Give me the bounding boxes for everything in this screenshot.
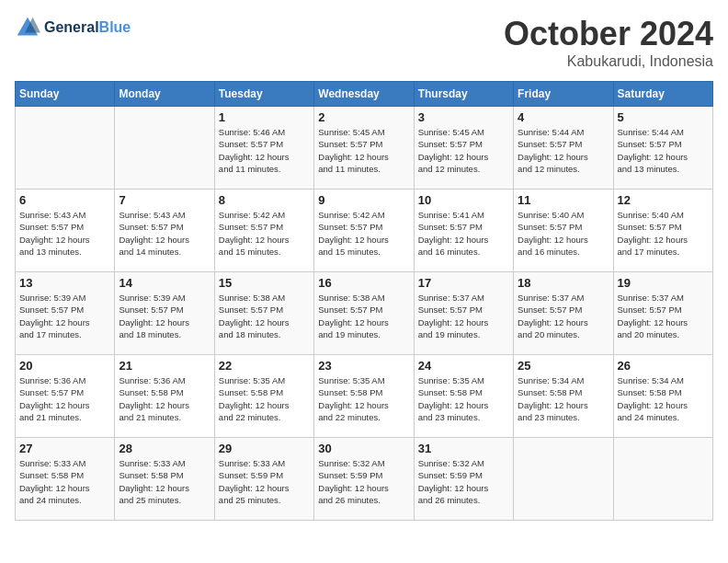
day-info: Sunrise: 5:36 AM Sunset: 5:58 PM Dayligh… (119, 374, 210, 423)
weekday-header: Sunday (16, 82, 115, 107)
calendar-week-row: 13Sunrise: 5:39 AM Sunset: 5:57 PM Dayli… (16, 272, 713, 355)
calendar-cell: 14Sunrise: 5:39 AM Sunset: 5:57 PM Dayli… (115, 272, 214, 355)
calendar-cell: 31Sunrise: 5:32 AM Sunset: 5:59 PM Dayli… (414, 438, 513, 521)
weekday-header: Friday (514, 82, 613, 107)
weekday-header: Saturday (613, 82, 712, 107)
calendar-cell: 4Sunrise: 5:44 AM Sunset: 5:57 PM Daylig… (514, 107, 613, 190)
day-number: 9 (318, 193, 409, 207)
calendar-cell: 15Sunrise: 5:38 AM Sunset: 5:57 PM Dayli… (214, 272, 313, 355)
day-info: Sunrise: 5:44 AM Sunset: 5:57 PM Dayligh… (518, 126, 609, 175)
calendar-week-row: 1Sunrise: 5:46 AM Sunset: 5:57 PM Daylig… (16, 107, 713, 190)
day-info: Sunrise: 5:38 AM Sunset: 5:57 PM Dayligh… (318, 292, 409, 340)
day-number: 10 (418, 193, 509, 207)
day-number: 27 (19, 442, 110, 455)
day-info: Sunrise: 5:40 AM Sunset: 5:57 PM Dayligh… (518, 209, 609, 258)
day-number: 24 (418, 359, 509, 373)
day-info: Sunrise: 5:35 AM Sunset: 5:58 PM Dayligh… (318, 374, 409, 423)
calendar-cell: 21Sunrise: 5:36 AM Sunset: 5:58 PM Dayli… (115, 355, 214, 438)
day-number: 12 (618, 193, 709, 207)
calendar-cell: 17Sunrise: 5:37 AM Sunset: 5:57 PM Dayli… (414, 272, 513, 355)
day-info: Sunrise: 5:35 AM Sunset: 5:58 PM Dayligh… (418, 374, 509, 423)
calendar-cell: 9Sunrise: 5:42 AM Sunset: 5:57 PM Daylig… (314, 190, 414, 272)
day-number: 7 (119, 193, 210, 207)
day-info: Sunrise: 5:37 AM Sunset: 5:57 PM Dayligh… (418, 292, 509, 340)
day-info: Sunrise: 5:39 AM Sunset: 5:57 PM Dayligh… (119, 292, 210, 340)
calendar-week-row: 27Sunrise: 5:33 AM Sunset: 5:58 PM Dayli… (16, 438, 713, 521)
calendar-cell (613, 438, 712, 521)
day-info: Sunrise: 5:41 AM Sunset: 5:57 PM Dayligh… (418, 209, 509, 258)
day-info: Sunrise: 5:33 AM Sunset: 5:59 PM Dayligh… (219, 457, 310, 506)
calendar-week-row: 20Sunrise: 5:36 AM Sunset: 5:57 PM Dayli… (16, 355, 713, 438)
day-info: Sunrise: 5:36 AM Sunset: 5:57 PM Dayligh… (19, 374, 110, 423)
calendar-cell: 7Sunrise: 5:43 AM Sunset: 5:57 PM Daylig… (115, 190, 214, 272)
calendar-cell: 25Sunrise: 5:34 AM Sunset: 5:58 PM Dayli… (514, 355, 613, 438)
month-title: October 2024 (504, 15, 713, 53)
day-number: 22 (219, 359, 310, 373)
logo-icon (15, 15, 40, 40)
day-info: Sunrise: 5:34 AM Sunset: 5:58 PM Dayligh… (518, 374, 609, 423)
calendar-cell: 18Sunrise: 5:37 AM Sunset: 5:57 PM Dayli… (514, 272, 613, 355)
day-info: Sunrise: 5:37 AM Sunset: 5:57 PM Dayligh… (618, 292, 709, 340)
calendar-cell: 12Sunrise: 5:40 AM Sunset: 5:57 PM Dayli… (613, 190, 712, 272)
calendar-cell: 30Sunrise: 5:32 AM Sunset: 5:59 PM Dayli… (314, 438, 414, 521)
calendar-cell: 22Sunrise: 5:35 AM Sunset: 5:58 PM Dayli… (214, 355, 313, 438)
day-info: Sunrise: 5:39 AM Sunset: 5:57 PM Dayligh… (19, 292, 110, 340)
day-number: 31 (418, 442, 509, 455)
day-number: 8 (219, 193, 310, 207)
day-number: 6 (19, 193, 110, 207)
calendar-cell (16, 107, 115, 190)
day-number: 21 (119, 359, 210, 373)
calendar-table: SundayMondayTuesdayWednesdayThursdayFrid… (15, 81, 713, 521)
calendar-cell: 11Sunrise: 5:40 AM Sunset: 5:57 PM Dayli… (514, 190, 613, 272)
day-info: Sunrise: 5:42 AM Sunset: 5:57 PM Dayligh… (219, 209, 310, 258)
day-number: 20 (19, 359, 110, 373)
day-number: 15 (219, 276, 310, 290)
calendar-cell: 28Sunrise: 5:33 AM Sunset: 5:58 PM Dayli… (115, 438, 214, 521)
day-number: 1 (219, 110, 310, 124)
day-number: 16 (318, 276, 409, 290)
day-info: Sunrise: 5:46 AM Sunset: 5:57 PM Dayligh… (219, 126, 310, 175)
calendar-cell: 20Sunrise: 5:36 AM Sunset: 5:57 PM Dayli… (16, 355, 115, 438)
day-number: 28 (119, 442, 210, 455)
calendar-cell: 13Sunrise: 5:39 AM Sunset: 5:57 PM Dayli… (16, 272, 115, 355)
day-info: Sunrise: 5:34 AM Sunset: 5:58 PM Dayligh… (618, 374, 709, 423)
day-number: 4 (518, 110, 609, 124)
weekday-header: Thursday (414, 82, 513, 107)
day-number: 29 (219, 442, 310, 455)
calendar-cell: 29Sunrise: 5:33 AM Sunset: 5:59 PM Dayli… (214, 438, 313, 521)
day-info: Sunrise: 5:32 AM Sunset: 5:59 PM Dayligh… (418, 457, 509, 506)
day-info: Sunrise: 5:43 AM Sunset: 5:57 PM Dayligh… (19, 209, 110, 258)
day-number: 18 (518, 276, 609, 290)
calendar-cell: 8Sunrise: 5:42 AM Sunset: 5:57 PM Daylig… (214, 190, 313, 272)
calendar-cell: 5Sunrise: 5:44 AM Sunset: 5:57 PM Daylig… (613, 107, 712, 190)
day-number: 5 (618, 110, 709, 124)
calendar-week-row: 6Sunrise: 5:43 AM Sunset: 5:57 PM Daylig… (16, 190, 713, 272)
calendar-cell: 3Sunrise: 5:45 AM Sunset: 5:57 PM Daylig… (414, 107, 513, 190)
day-info: Sunrise: 5:38 AM Sunset: 5:57 PM Dayligh… (219, 292, 310, 340)
weekday-header: Tuesday (214, 82, 313, 107)
day-number: 14 (119, 276, 210, 290)
day-info: Sunrise: 5:33 AM Sunset: 5:58 PM Dayligh… (119, 457, 210, 506)
day-info: Sunrise: 5:37 AM Sunset: 5:57 PM Dayligh… (518, 292, 609, 340)
calendar-cell: 24Sunrise: 5:35 AM Sunset: 5:58 PM Dayli… (414, 355, 513, 438)
day-number: 17 (418, 276, 509, 290)
day-number: 19 (618, 276, 709, 290)
calendar-cell: 19Sunrise: 5:37 AM Sunset: 5:57 PM Dayli… (613, 272, 712, 355)
day-info: Sunrise: 5:32 AM Sunset: 5:59 PM Dayligh… (318, 457, 409, 506)
weekday-header-row: SundayMondayTuesdayWednesdayThursdayFrid… (16, 82, 713, 107)
title-block: October 2024 Kabukarudi, Indonesia (504, 15, 713, 70)
calendar-cell: 2Sunrise: 5:45 AM Sunset: 5:57 PM Daylig… (314, 107, 414, 190)
day-number: 13 (19, 276, 110, 290)
calendar-cell (115, 107, 214, 190)
day-number: 11 (518, 193, 609, 207)
calendar-cell: 27Sunrise: 5:33 AM Sunset: 5:58 PM Dayli… (16, 438, 115, 521)
day-info: Sunrise: 5:43 AM Sunset: 5:57 PM Dayligh… (119, 209, 210, 258)
day-info: Sunrise: 5:45 AM Sunset: 5:57 PM Dayligh… (418, 126, 509, 175)
day-info: Sunrise: 5:40 AM Sunset: 5:57 PM Dayligh… (618, 209, 709, 258)
day-info: Sunrise: 5:42 AM Sunset: 5:57 PM Dayligh… (318, 209, 409, 258)
day-number: 26 (618, 359, 709, 373)
calendar-cell: 23Sunrise: 5:35 AM Sunset: 5:58 PM Dayli… (314, 355, 414, 438)
day-number: 3 (418, 110, 509, 124)
day-info: Sunrise: 5:35 AM Sunset: 5:58 PM Dayligh… (219, 374, 310, 423)
day-number: 23 (318, 359, 409, 373)
